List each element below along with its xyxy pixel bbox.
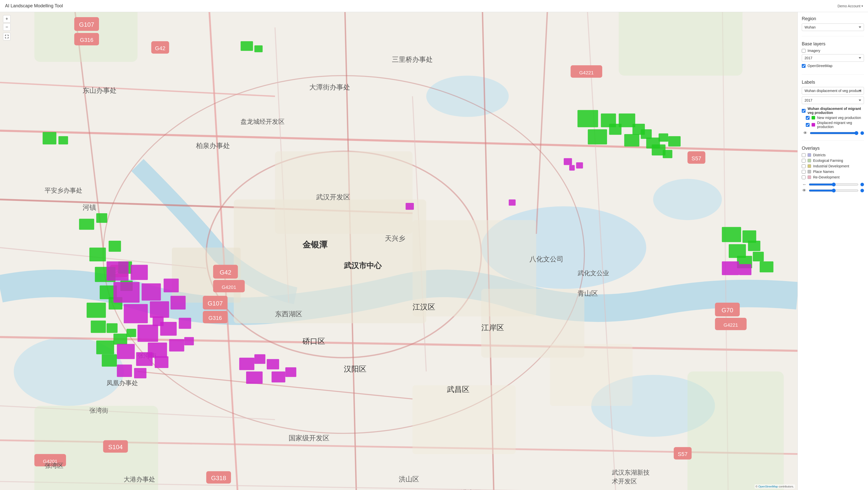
place-names-checkbox[interactable]: [802, 170, 806, 174]
imagery-year-select[interactable]: 2017 2018 2019: [802, 54, 864, 62]
new-migrant-checkbox[interactable]: [806, 116, 810, 120]
industrial-swatch: [808, 164, 811, 168]
svg-rect-138: [241, 41, 253, 51]
svg-text:江岸区: 江岸区: [482, 323, 504, 332]
svg-rect-163: [272, 372, 285, 383]
svg-rect-130: [663, 150, 672, 158]
svg-text:平安乡办事处: 平安乡办事处: [44, 187, 82, 194]
districts-label[interactable]: Districts: [813, 153, 826, 157]
fullscreen-button[interactable]: [3, 33, 10, 40]
redevelopment-checkbox[interactable]: [802, 175, 806, 179]
svg-text:洪山区: 洪山区: [461, 489, 481, 490]
app-header: AI Landscape Modelling Tool Demo Account: [0, 0, 868, 12]
wuhan-displacement-checkbox[interactable]: [802, 109, 806, 113]
svg-rect-169: [509, 199, 516, 206]
zoom-out-button[interactable]: −: [3, 23, 10, 31]
overlays-opacity-row: 👁: [802, 188, 864, 193]
svg-rect-167: [739, 264, 751, 275]
labels-opacity-slider[interactable]: [810, 131, 859, 135]
svg-rect-112: [91, 321, 106, 333]
svg-rect-141: [131, 265, 148, 280]
svg-rect-145: [124, 304, 148, 323]
svg-text:武汉开发区: 武汉开发区: [316, 193, 350, 201]
slider-dot: [861, 131, 864, 135]
svg-text:G318: G318: [211, 474, 226, 482]
wuhan-displacement-label[interactable]: Wuhan displacement of migrant veg produc…: [808, 107, 864, 115]
industrial-row: Industrial Development: [802, 164, 864, 168]
svg-rect-110: [87, 303, 106, 318]
osm-row: OpenStreetMap: [802, 64, 864, 68]
svg-text:柏泉办事处: 柏泉办事处: [196, 142, 230, 149]
overlays-opacity-slider[interactable]: [809, 189, 859, 193]
svg-text:硚口区: 硚口区: [302, 337, 325, 345]
ecological-checkbox[interactable]: [802, 159, 806, 163]
svg-text:G42: G42: [220, 269, 231, 276]
svg-rect-164: [285, 367, 297, 377]
labels-visibility-row: 👁: [803, 131, 864, 135]
divider-2: [802, 74, 864, 75]
new-migrant-row: New migrant veg production: [806, 116, 864, 120]
place-names-row: Place Names: [802, 170, 864, 174]
redevelopment-label[interactable]: Re-Development: [813, 175, 840, 179]
industrial-label[interactable]: Industrial Development: [813, 164, 849, 168]
svg-rect-160: [239, 358, 254, 370]
svg-text:G107: G107: [208, 300, 223, 307]
svg-text:东西湖区: 东西湖区: [275, 310, 302, 318]
overlays-arrows-row: ↔: [802, 182, 864, 187]
account-menu[interactable]: Demo Account: [838, 4, 863, 8]
base-layers-title: Base layers: [802, 41, 864, 47]
imagery-checkbox[interactable]: [802, 49, 806, 53]
svg-rect-31: [550, 344, 632, 406]
wuhan-displacement-row: Wuhan displacement of migrant veg produc…: [802, 107, 864, 115]
redevelopment-swatch: [808, 175, 811, 179]
displaced-migrant-swatch: [812, 123, 815, 126]
place-names-label[interactable]: Place Names: [813, 170, 834, 174]
industrial-checkbox[interactable]: [802, 164, 806, 168]
osm-checkbox[interactable]: [802, 64, 806, 68]
svg-text:武汉东湖新技: 武汉东湖新技: [612, 469, 650, 476]
svg-text:张湾街: 张湾街: [89, 407, 108, 414]
overlays-position-slider[interactable]: [809, 182, 859, 186]
svg-rect-147: [170, 296, 186, 310]
svg-rect-172: [576, 162, 583, 169]
svg-rect-165: [246, 372, 263, 384]
labels-dropdown[interactable]: Wuhan displacement of veg productio Opti…: [802, 87, 864, 94]
svg-rect-148: [137, 325, 158, 342]
map-container[interactable]: G107 G316 G42 G4201 G107 G316 G42 G70 G4…: [0, 12, 798, 490]
svg-rect-27: [275, 151, 412, 234]
svg-rect-139: [254, 46, 263, 52]
ecological-swatch: [808, 159, 811, 162]
svg-text:G4201: G4201: [222, 285, 236, 290]
svg-rect-101: [58, 136, 68, 144]
svg-rect-146: [150, 301, 169, 318]
svg-rect-36: [687, 372, 784, 490]
place-names-swatch: [808, 170, 811, 173]
imagery-label[interactable]: Imagery: [808, 49, 820, 53]
svg-text:S57: S57: [691, 155, 701, 162]
region-section: Region Wuhan Beijing Shanghai: [802, 16, 864, 31]
svg-rect-161: [254, 354, 266, 364]
ecological-label[interactable]: Ecological Farming: [813, 158, 843, 163]
svg-rect-137: [760, 261, 774, 272]
svg-text:国家级开发区: 国家级开发区: [289, 434, 330, 442]
svg-rect-168: [406, 203, 414, 210]
new-migrant-label[interactable]: New migrant veg production: [817, 116, 861, 120]
overlays-title: Overlays: [802, 146, 864, 151]
osm-link[interactable]: OpenStreetMap: [758, 485, 778, 488]
svg-rect-100: [42, 132, 56, 144]
divider-3: [802, 140, 864, 141]
svg-rect-153: [117, 344, 135, 359]
svg-rect-113: [106, 323, 118, 333]
displaced-migrant-checkbox[interactable]: [806, 123, 810, 127]
osm-label[interactable]: OpenStreetMap: [808, 64, 833, 68]
zoom-in-button[interactable]: +: [3, 15, 10, 23]
svg-rect-143: [142, 283, 161, 300]
displaced-migrant-label[interactable]: Displaced migrant veg production: [817, 121, 864, 129]
svg-text:G70: G70: [721, 307, 733, 314]
region-select[interactable]: Wuhan Beijing Shanghai: [802, 24, 864, 31]
labels-year-select[interactable]: 2017 2018 2019: [802, 96, 864, 104]
base-layers-section: Base layers Imagery 2017 2018 2019 OpenS…: [802, 41, 864, 69]
svg-text:张湾区: 张湾区: [44, 462, 63, 469]
svg-rect-104: [89, 248, 106, 261]
districts-checkbox[interactable]: [802, 153, 806, 157]
